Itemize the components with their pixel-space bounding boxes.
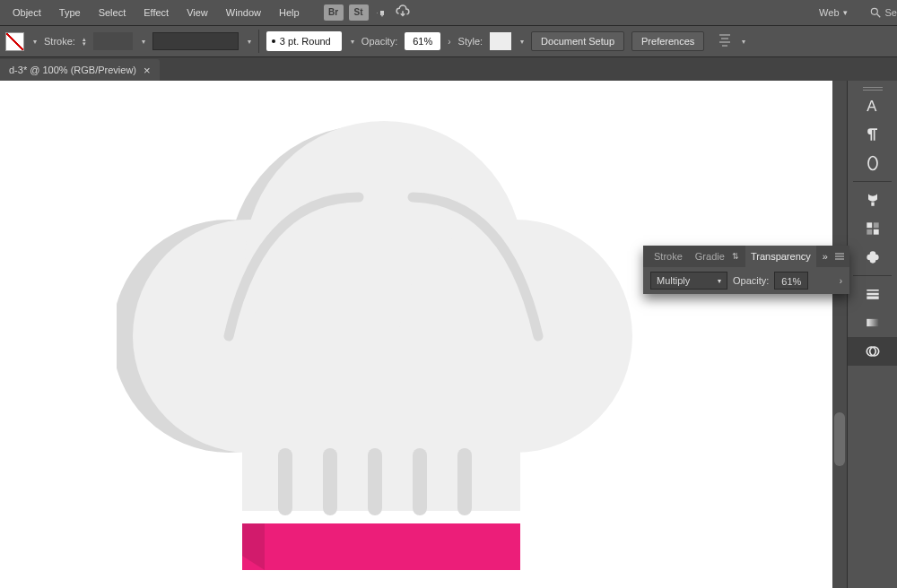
style-label: Style: [458, 36, 483, 47]
vertical-scrollbar[interactable] [832, 81, 847, 588]
svg-rect-16 [278, 448, 292, 515]
menu-window[interactable]: Window [217, 0, 270, 25]
stroke-label: Stroke: [44, 36, 75, 47]
svg-point-4 [871, 8, 877, 14]
menubar: Object Type Select Effect View Window He… [0, 0, 897, 25]
stroke-weight-field[interactable] [93, 32, 133, 50]
sync-settings-icon[interactable] [395, 4, 411, 22]
svg-rect-21 [242, 523, 520, 570]
tab-stroke[interactable]: Stroke [649, 246, 688, 267]
document-setup-button[interactable]: Document Setup [531, 31, 624, 51]
align-icon[interactable] [717, 32, 733, 50]
paragraph-panel-icon[interactable] [848, 120, 897, 149]
svg-rect-32 [867, 319, 878, 326]
gradient-panel-icon[interactable] [848, 308, 897, 337]
panel-menu-icon[interactable] [835, 253, 844, 260]
svg-rect-18 [368, 448, 382, 515]
document-tab[interactable]: d-3* @ 100% (RGB/Preview) × [0, 59, 160, 81]
opacity-value[interactable]: 61% [405, 32, 440, 50]
fill-swatch-none-icon[interactable] [5, 32, 24, 51]
chef-hat-artwork[interactable] [117, 117, 646, 588]
chevron-down-icon[interactable]: ▾ [33, 38, 37, 46]
stroke-panel-icon[interactable] [848, 280, 897, 308]
svg-rect-25 [867, 222, 872, 228]
bridge-icon[interactable]: Br [324, 4, 344, 21]
blend-mode-dropdown[interactable]: Multiply ▾ [650, 272, 727, 290]
svg-rect-28 [873, 229, 878, 235]
chevron-down-icon[interactable]: ▾ [742, 38, 745, 46]
preferences-label: Preferences [641, 36, 694, 47]
chevron-down-icon[interactable]: ▾ [248, 38, 251, 46]
svg-point-24 [868, 157, 877, 170]
scrollbar-thumb[interactable] [834, 412, 845, 466]
search-field[interactable]: Se [869, 6, 897, 19]
opentype-panel-icon[interactable] [848, 149, 897, 177]
panel-opacity-value[interactable]: 61% [774, 272, 808, 290]
symbols-panel-icon[interactable] [848, 243, 897, 272]
swatches-panel-icon[interactable] [848, 214, 897, 243]
document-tab-strip: d-3* @ 100% (RGB/Preview) × [0, 57, 897, 81]
dot-icon [272, 39, 275, 43]
graphic-style-swatch[interactable] [490, 32, 511, 50]
menu-object[interactable]: Object [4, 0, 50, 25]
workspace-switcher[interactable]: Web ▾ [810, 7, 856, 18]
panel-expand-icon[interactable]: » [823, 251, 828, 262]
menu-select[interactable]: Select [90, 0, 135, 25]
chevron-down-icon[interactable]: ▾ [520, 38, 524, 46]
canvas[interactable] [0, 81, 832, 588]
dock-collapse-icon[interactable] [848, 82, 897, 91]
chevron-down-icon: ▾ [843, 8, 848, 17]
panel-tab-strip: Stroke Gradie ⇅ Transparency » [643, 246, 849, 267]
panel-dock: A [847, 81, 897, 588]
svg-line-5 [876, 14, 880, 18]
svg-rect-19 [413, 448, 427, 515]
chevron-updown-icon[interactable]: ⇅ [732, 252, 739, 261]
svg-rect-17 [323, 448, 337, 515]
opacity-expand-icon[interactable]: › [448, 37, 450, 47]
character-panel-icon[interactable]: A [848, 91, 897, 120]
tab-transparency[interactable]: Transparency [745, 246, 816, 267]
svg-rect-27 [867, 229, 872, 235]
close-icon[interactable]: × [144, 64, 151, 77]
blend-mode-value: Multiply [657, 275, 690, 286]
menu-help[interactable]: Help [270, 0, 309, 25]
arrange-documents-icon[interactable]: ▾ [377, 11, 384, 15]
brushes-panel-icon[interactable] [848, 186, 897, 214]
work-area [0, 81, 847, 588]
panel-opacity-expand-icon[interactable]: › [840, 276, 842, 286]
stroke-weight-stepper[interactable]: ▴▾ [83, 37, 86, 46]
menu-effect[interactable]: Effect [135, 0, 178, 25]
stroke-profile-label: 3 pt. Round [280, 36, 331, 47]
svg-text:A: A [867, 98, 877, 115]
workspace-label: Web [819, 7, 839, 18]
transparency-panel[interactable]: Stroke Gradie ⇅ Transparency » Multiply … [643, 246, 849, 294]
separator [258, 30, 259, 53]
chevron-down-icon[interactable]: ▾ [380, 11, 384, 15]
stroke-profile-dropdown[interactable]: 3 pt. Round [266, 31, 342, 51]
chevron-down-icon: ▾ [718, 277, 721, 285]
opacity-label: Opacity: [361, 36, 397, 47]
brush-definition-swatch[interactable] [152, 32, 239, 50]
options-bar: ▾ Stroke: ▴▾ ▾ ▾ 3 pt. Round ▾ Opacity: … [0, 25, 897, 57]
document-setup-label: Document Setup [541, 36, 614, 47]
chevron-down-icon[interactable]: ▾ [142, 38, 145, 46]
svg-rect-26 [873, 222, 878, 228]
stock-icon[interactable]: St [349, 4, 369, 21]
menu-type[interactable]: Type [50, 0, 90, 25]
transparency-panel-icon[interactable] [848, 337, 897, 366]
document-tab-title: d-3* @ 100% (RGB/Preview) [9, 65, 136, 75]
search-placeholder: Se [885, 7, 897, 18]
panel-opacity-label: Opacity: [733, 275, 769, 286]
tab-gradient[interactable]: Gradie [690, 246, 730, 267]
menu-view[interactable]: View [178, 0, 217, 25]
svg-rect-20 [457, 448, 472, 515]
preferences-button[interactable]: Preferences [631, 31, 704, 51]
chevron-down-icon[interactable]: ▾ [351, 38, 354, 46]
